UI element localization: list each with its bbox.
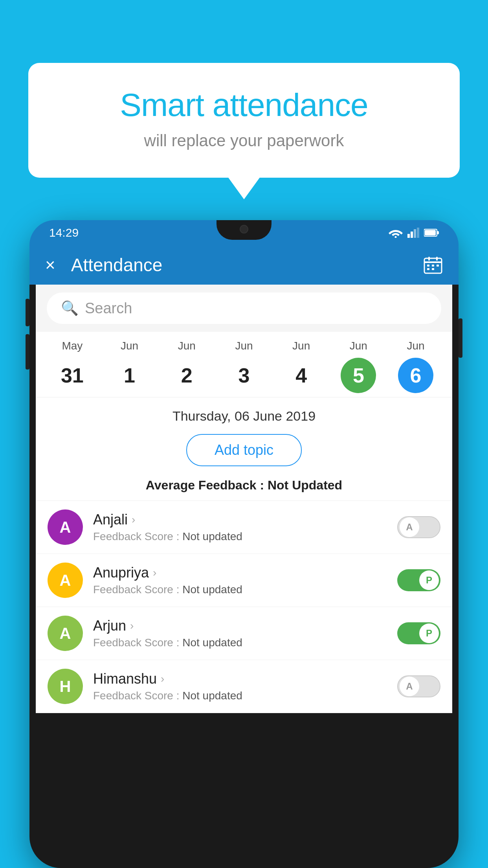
feedback-value: Not updated [182, 530, 242, 542]
selected-date-text: Thursday, 06 June 2019 [44, 408, 444, 424]
svg-rect-10 [428, 257, 430, 261]
svg-rect-6 [425, 230, 436, 235]
feedback-value: Not updated [182, 636, 242, 649]
phone-screen: 🔍 Search May31Jun1Jun2Jun3Jun4Jun5Jun6 T… [36, 285, 452, 713]
svg-rect-15 [427, 268, 429, 270]
date-item[interactable]: Jun1 [108, 340, 151, 393]
toggle-knob: P [419, 570, 439, 590]
student-feedback: Feedback Score : Not updated [93, 636, 387, 649]
phone-frame: 14:29 × Attendance [29, 220, 459, 868]
svg-rect-7 [437, 231, 439, 234]
front-camera [240, 225, 248, 234]
student-name[interactable]: Anjali › [93, 511, 387, 528]
date-item[interactable]: May31 [51, 340, 94, 393]
student-feedback: Feedback Score : Not updated [93, 530, 387, 543]
chevron-icon: › [130, 620, 134, 632]
power-button [459, 318, 462, 358]
toggle-knob: P [419, 623, 439, 643]
add-topic-button[interactable]: Add topic [186, 434, 302, 466]
student-item: HHimanshu ›Feedback Score : Not updatedA [36, 660, 452, 713]
status-icons [389, 228, 439, 238]
avg-feedback-label: Average Feedback : [146, 478, 268, 492]
volume-down-button [26, 334, 29, 370]
search-input[interactable]: 🔍 Search [47, 292, 441, 324]
search-icon: 🔍 [61, 300, 79, 316]
svg-rect-9 [424, 261, 442, 263]
avatar: H [48, 669, 83, 704]
student-item: AAnjali ›Feedback Score : Not updatedA [36, 501, 452, 554]
date-number: 3 [226, 358, 262, 393]
student-feedback: Feedback Score : Not updated [93, 690, 387, 702]
date-month: Jun [121, 340, 138, 352]
student-item: AArjun ›Feedback Score : Not updatedP [36, 607, 452, 660]
svg-rect-14 [437, 265, 439, 267]
battery-icon [424, 228, 439, 237]
svg-rect-11 [436, 257, 438, 261]
attendance-toggle[interactable]: P [397, 622, 440, 644]
attendance-toggle[interactable]: P [397, 569, 440, 591]
volume-up-button [26, 299, 29, 326]
date-item[interactable]: Jun3 [222, 340, 266, 393]
status-time: 14:29 [49, 226, 79, 239]
svg-rect-2 [411, 232, 413, 238]
date-number: 6 [398, 358, 433, 393]
avatar: A [48, 509, 83, 545]
phone-notch [216, 220, 272, 240]
toggle-container: A [397, 675, 440, 697]
svg-rect-12 [427, 265, 429, 267]
student-name[interactable]: Himanshu › [93, 671, 387, 687]
speech-bubble-container: Smart attendance will replace your paper… [28, 63, 460, 178]
search-placeholder: Search [85, 300, 132, 317]
svg-rect-16 [432, 268, 434, 270]
app-title: Attendance [71, 254, 423, 276]
close-button[interactable]: × [45, 255, 55, 275]
student-item: AAnupriya ›Feedback Score : Not updatedP [36, 554, 452, 607]
selected-date-info: Thursday, 06 June 2019 [36, 397, 452, 430]
date-item[interactable]: Jun4 [280, 340, 323, 393]
date-month: Jun [178, 340, 196, 352]
date-month: Jun [350, 340, 367, 352]
feedback-value: Not updated [182, 690, 242, 702]
student-info: Anupriya ›Feedback Score : Not updated [93, 565, 387, 596]
chevron-icon: › [153, 566, 156, 579]
date-number: 5 [341, 358, 376, 393]
date-number: 4 [284, 358, 319, 393]
add-topic-container: Add topic [36, 430, 452, 474]
search-container: 🔍 Search [36, 285, 452, 332]
date-month: May [62, 340, 83, 352]
toggle-container: P [397, 622, 440, 644]
svg-rect-13 [432, 265, 434, 267]
chevron-icon: › [132, 513, 135, 526]
toggle-container: P [397, 569, 440, 591]
date-number: 31 [55, 358, 90, 393]
signal-icon [407, 228, 419, 238]
avg-feedback-value: Not Updated [268, 478, 342, 492]
date-number: 1 [112, 358, 147, 393]
date-month: Jun [235, 340, 253, 352]
student-name[interactable]: Anupriya › [93, 565, 387, 581]
student-info: Anjali ›Feedback Score : Not updated [93, 511, 387, 543]
student-name[interactable]: Arjun › [93, 618, 387, 634]
toggle-container: A [397, 516, 440, 538]
date-item[interactable]: Jun6 [394, 340, 437, 393]
avatar: A [48, 616, 83, 651]
date-month: Jun [292, 340, 310, 352]
bubble-subtitle: will replace your paperwork [60, 131, 428, 150]
toggle-knob: A [400, 677, 419, 696]
feedback-value: Not updated [182, 583, 242, 596]
toggle-knob: A [400, 517, 419, 537]
attendance-toggle[interactable]: A [397, 516, 440, 538]
date-item[interactable]: Jun2 [165, 340, 208, 393]
student-list: AAnjali ›Feedback Score : Not updatedAAA… [36, 500, 452, 713]
student-info: Arjun ›Feedback Score : Not updated [93, 618, 387, 649]
app-bar: × Attendance [29, 245, 459, 285]
student-feedback: Feedback Score : Not updated [93, 583, 387, 596]
bubble-title: Smart attendance [60, 86, 428, 123]
wifi-icon [389, 228, 403, 238]
attendance-toggle[interactable]: A [397, 675, 440, 697]
date-number: 2 [169, 358, 204, 393]
date-strip: May31Jun1Jun2Jun3Jun4Jun5Jun6 [36, 332, 452, 397]
date-item[interactable]: Jun5 [337, 340, 380, 393]
svg-rect-3 [414, 229, 416, 238]
calendar-icon[interactable] [423, 255, 443, 275]
